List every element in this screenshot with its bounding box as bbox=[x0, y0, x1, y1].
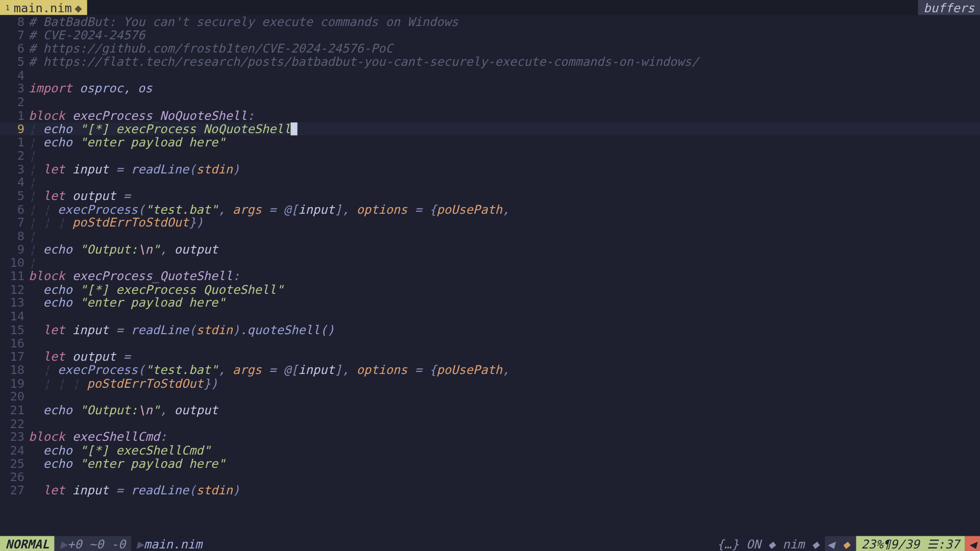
code-line[interactable]: ¦ echo "Output:\n", output bbox=[29, 243, 980, 256]
code-line[interactable]: ¦ echo "[*] execProcess NoQuoteShell bbox=[29, 122, 980, 135]
code-line[interactable] bbox=[29, 390, 980, 403]
line-number: 4 bbox=[0, 68, 29, 82]
code-line[interactable] bbox=[29, 417, 980, 430]
code-line[interactable]: import osproc, os bbox=[29, 82, 980, 95]
code-line[interactable]: let output = bbox=[29, 350, 980, 363]
separator-icon: ◀ bbox=[824, 536, 837, 551]
code-line[interactable]: echo "[*] execShellCmd" bbox=[29, 443, 980, 457]
line-number: 2 bbox=[0, 149, 29, 162]
line-number: 22 bbox=[0, 417, 29, 430]
code-line[interactable]: ¦ bbox=[29, 149, 980, 162]
current-line-number: 9 bbox=[0, 122, 29, 135]
line-number: 23 bbox=[0, 430, 29, 443]
line-number: 26 bbox=[0, 470, 29, 484]
line-number: 5 bbox=[0, 55, 29, 68]
line-number: 10 bbox=[0, 256, 29, 269]
line-number: 24 bbox=[0, 443, 29, 457]
tabline-right-label: buffers bbox=[923, 1, 974, 15]
code-line[interactable] bbox=[29, 310, 980, 323]
line-number: 3 bbox=[0, 162, 29, 176]
code-line[interactable]: echo "enter payload here" bbox=[29, 296, 980, 310]
line-number: 13 bbox=[0, 296, 29, 310]
tabline-spacer bbox=[87, 0, 918, 15]
error-indicator-icon: ◀ bbox=[965, 536, 980, 551]
tab-filename: main.nim bbox=[14, 1, 72, 15]
line-number: 18 bbox=[0, 363, 29, 377]
code-line[interactable]: # https://flatt.tech/research/posts/batb… bbox=[29, 55, 980, 68]
code-line[interactable]: ¦ bbox=[29, 229, 980, 242]
line-number: 15 bbox=[0, 323, 29, 336]
code-line[interactable]: block execShellCmd: bbox=[29, 430, 980, 443]
mode-indicator: NORMAL bbox=[0, 536, 55, 551]
tab-line: 1 main.nim ◆ buffers bbox=[0, 0, 980, 15]
code-line[interactable]: let input = readLine(stdin).quoteShell() bbox=[29, 323, 980, 336]
warning-icon: ◆ bbox=[837, 536, 855, 551]
line-number: 6 bbox=[0, 42, 29, 55]
line-number: 1 bbox=[0, 136, 29, 149]
line-number: 14 bbox=[0, 310, 29, 323]
code-line[interactable]: # CVE-2024-24576 bbox=[29, 29, 980, 42]
line-number: 6 bbox=[0, 203, 29, 216]
modified-icon: ◆ bbox=[75, 1, 82, 15]
line-number: 25 bbox=[0, 457, 29, 470]
code-line[interactable] bbox=[29, 68, 980, 82]
code-line[interactable]: # https://github.com/frostb1ten/CVE-2024… bbox=[29, 42, 980, 55]
cursor bbox=[291, 122, 298, 135]
encoding-filetype: {…} ON ◆ nim ◆ bbox=[712, 536, 824, 551]
code-line[interactable]: ¦ let input = readLine(stdin) bbox=[29, 162, 980, 176]
position-indicator: 23%¶9/39 ☰:37 bbox=[856, 536, 965, 551]
code-line[interactable]: ¦ execProcess("test.bat", args = @[input… bbox=[29, 363, 980, 377]
line-number: 27 bbox=[0, 484, 29, 497]
line-number: 1 bbox=[0, 109, 29, 122]
line-number: 2 bbox=[0, 95, 29, 109]
line-number: 19 bbox=[0, 377, 29, 390]
buffer-tab[interactable]: 1 main.nim ◆ bbox=[0, 0, 87, 15]
code-line[interactable]: block execProcess_NoQuoteShell: bbox=[29, 109, 980, 122]
code-line[interactable] bbox=[29, 95, 980, 109]
line-number: 8 bbox=[0, 229, 29, 242]
filename-segment: ▶ main.nim bbox=[131, 536, 712, 551]
line-number: 16 bbox=[0, 336, 29, 349]
code-line[interactable]: block execProcess_QuoteShell: bbox=[29, 269, 980, 283]
line-number: 3 bbox=[0, 82, 29, 95]
code-line[interactable]: ¦ ¦ execProcess("test.bat", args = @[inp… bbox=[29, 203, 980, 216]
code-line[interactable]: ¦ echo "enter payload here" bbox=[29, 136, 980, 149]
tab-index: 1 bbox=[6, 4, 10, 11]
line-number: 9 bbox=[0, 243, 29, 256]
code-line[interactable] bbox=[29, 336, 980, 349]
code-line[interactable]: ¦ let output = bbox=[29, 189, 980, 203]
code-line[interactable]: ¦ bbox=[29, 176, 980, 189]
code-line[interactable]: ¦ ¦ ¦ poStdErrToStdOut}) bbox=[29, 216, 980, 229]
code-line[interactable] bbox=[29, 470, 980, 484]
code-line[interactable]: ¦ ¦ ¦ poStdErrToStdOut}) bbox=[29, 377, 980, 390]
line-number: 17 bbox=[0, 350, 29, 363]
code-line[interactable]: let input = readLine(stdin) bbox=[29, 484, 980, 497]
line-number: 20 bbox=[0, 390, 29, 403]
line-number: 7 bbox=[0, 29, 29, 42]
line-number: 7 bbox=[0, 216, 29, 229]
line-number: 5 bbox=[0, 189, 29, 203]
line-number: 12 bbox=[0, 283, 29, 296]
line-number: 11 bbox=[0, 269, 29, 283]
code-line[interactable]: ¦ bbox=[29, 256, 980, 269]
line-number: 4 bbox=[0, 176, 29, 189]
git-status: ▶ +0 ~0 -0 bbox=[55, 536, 131, 551]
code-line[interactable]: echo "enter payload here" bbox=[29, 457, 980, 470]
code-line[interactable]: echo "[*] execProcess QuoteShell" bbox=[29, 283, 980, 296]
editor-viewport[interactable]: 8# BatBadBut: You can't securely execute… bbox=[0, 15, 980, 536]
code-line[interactable]: echo "Output:\n", output bbox=[29, 404, 980, 417]
tabline-buffers-button[interactable]: buffers bbox=[918, 0, 980, 15]
code-line[interactable]: # BatBadBut: You can't securely execute … bbox=[29, 15, 980, 28]
line-number: 21 bbox=[0, 404, 29, 417]
line-number: 8 bbox=[0, 15, 29, 28]
status-line: NORMAL ▶ +0 ~0 -0 ▶ main.nim {…} ON ◆ ni… bbox=[0, 536, 980, 551]
